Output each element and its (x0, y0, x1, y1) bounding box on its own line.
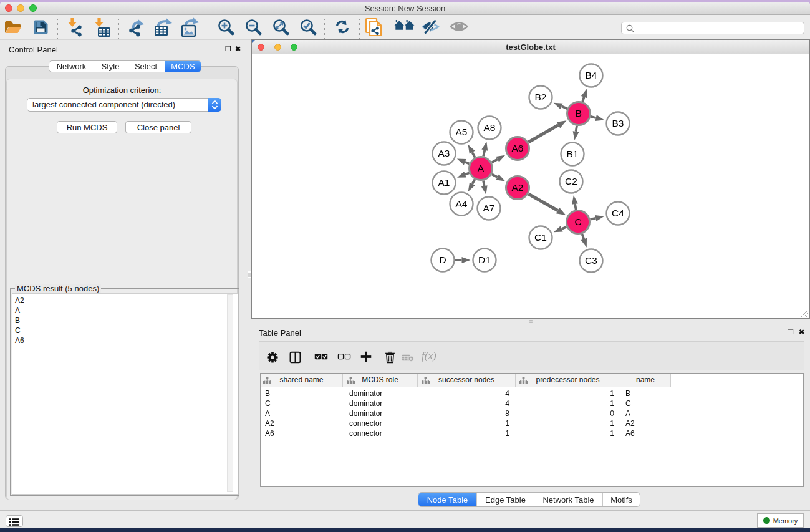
svg-text:B1: B1 (567, 148, 579, 159)
svg-text:D1: D1 (478, 254, 491, 265)
svg-text:A3: A3 (438, 148, 450, 158)
svg-text:B3: B3 (612, 118, 624, 128)
svg-text:C3: C3 (585, 255, 597, 266)
svg-text:A4: A4 (456, 198, 468, 209)
svg-text:C4: C4 (612, 208, 624, 218)
svg-text:B2: B2 (535, 92, 547, 102)
svg-text:C: C (574, 216, 581, 227)
svg-text:A: A (478, 163, 485, 173)
svg-text:A5: A5 (456, 127, 468, 137)
svg-text:A1: A1 (438, 177, 450, 188)
svg-text:B4: B4 (586, 70, 597, 80)
svg-text:A6: A6 (512, 143, 524, 153)
svg-text:D: D (439, 254, 446, 265)
svg-text:C1: C1 (534, 232, 547, 243)
svg-text:A7: A7 (483, 203, 495, 213)
svg-text:B: B (576, 108, 582, 118)
svg-text:A2: A2 (512, 182, 524, 193)
svg-text:A8: A8 (484, 122, 496, 133)
svg-text:C2: C2 (565, 176, 577, 186)
